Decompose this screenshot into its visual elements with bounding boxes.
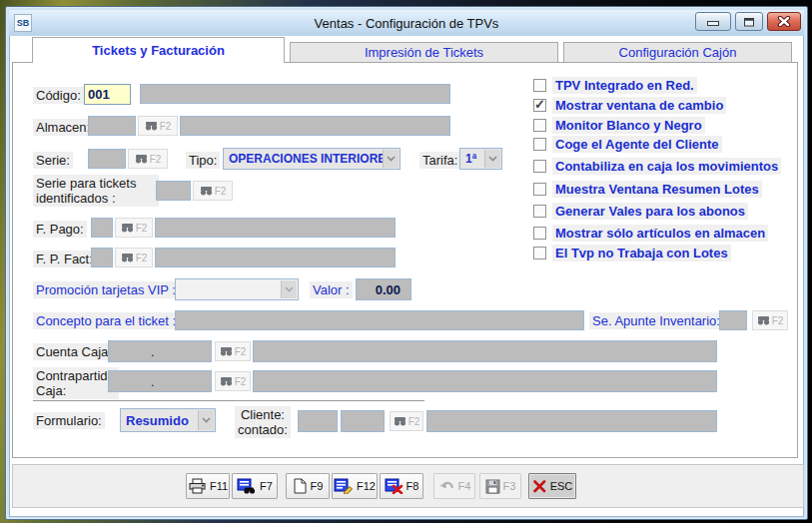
serie-tickets-f2-button[interactable]: F2 — [193, 181, 233, 201]
minimize-button[interactable] — [695, 12, 731, 31]
edit-button[interactable]: F12 — [332, 473, 378, 499]
f-p-fact-f2-button[interactable]: F2 — [115, 248, 153, 267]
chevron-down-icon[interactable] — [281, 280, 297, 298]
checkbox-label: Generar Vales para los abonos — [552, 203, 748, 220]
toolbar-button-label: F8 — [406, 480, 419, 492]
contrapartida-caja-input[interactable]: . — [108, 370, 212, 392]
serie-f2-button[interactable]: F2 — [128, 149, 168, 169]
undo-icon — [438, 480, 455, 493]
serie-tickets-input[interactable] — [156, 181, 191, 201]
codigo-description-field — [140, 84, 450, 104]
f2-label: F2 — [215, 186, 227, 197]
almacen-f2-button[interactable]: F2 — [138, 116, 178, 136]
f-p-fact-input[interactable] — [91, 248, 113, 267]
cuenta-caja-label: Cuenta Caja: — [33, 343, 115, 360]
almacen-description-field — [180, 116, 450, 136]
delete-button[interactable]: F8 — [380, 473, 423, 499]
f2-label: F2 — [408, 416, 420, 427]
checkbox-mostrar-ventana-cambio[interactable]: ✓ Mostrar ventana de cambio — [533, 97, 726, 114]
cliente-contado-label: Cliente: contado: — [235, 406, 291, 438]
codigo-input[interactable]: 001 — [84, 84, 131, 105]
tab-label: Impresión de Tickets — [365, 45, 483, 60]
valor-label: Valor : — [310, 281, 353, 298]
promocion-vip-dropdown[interactable] — [175, 278, 299, 300]
tab-tickets-facturacion[interactable]: Tickets y Facturación — [32, 37, 285, 63]
binoculars-icon — [394, 416, 406, 426]
formulario-dropdown[interactable]: Resumido — [120, 408, 216, 432]
contrapartida-caja-f2-button[interactable]: F2 — [215, 371, 251, 391]
checkbox-box[interactable] — [533, 119, 546, 132]
promocion-vip-label: Promoción tarjetas VIP : — [33, 281, 179, 298]
checkbox-label: Monitor Blanco y Negro — [552, 117, 705, 134]
tab-configuracion-cajon[interactable]: Configuración Cajón — [563, 42, 792, 63]
dialog-window: SB Ventas - Configuración de TPVs Ticket… — [5, 6, 808, 520]
tarifa-dropdown[interactable]: 1ª — [459, 148, 502, 170]
checkbox-label: TPV Integrado en Red. — [552, 77, 697, 94]
cliente-contado-input-1[interactable] — [298, 410, 338, 432]
checkbox-tvp-no-lotes[interactable]: El Tvp no Trabaja con Lotes — [533, 245, 731, 262]
checkbox-box[interactable] — [533, 205, 546, 218]
checkbox-box[interactable] — [533, 247, 546, 260]
checkbox-coge-agente-cliente[interactable]: Coge el Agente del Cliente — [533, 136, 722, 153]
chevron-down-icon[interactable] — [383, 150, 399, 168]
escape-button[interactable]: ESC — [528, 473, 576, 499]
almacen-input[interactable] — [88, 116, 136, 136]
checkbox-contabiliza-caja[interactable]: Contabiliza en caja los movimientos — [533, 158, 781, 175]
chevron-down-icon[interactable] — [484, 150, 500, 168]
tipo-dropdown[interactable]: OPERACIONES INTERIORES — [223, 148, 401, 170]
f2-label: F2 — [772, 315, 784, 326]
checkbox-label: Contabiliza en caja los movimientos — [552, 158, 781, 175]
f-pago-f2-button[interactable]: F2 — [115, 218, 153, 238]
new-document-icon — [293, 478, 308, 494]
dialog-client-area: Tickets y Facturación Impresión de Ticke… — [9, 36, 804, 517]
tab-impresion-tickets[interactable]: Impresión de Tickets — [290, 42, 558, 63]
cliente-contado-f2-button[interactable]: F2 — [390, 411, 423, 431]
tab-page-tickets: Código: 001 Almacen: F2 Serie: F2 Tipo: … — [12, 62, 798, 458]
check-icon: ✓ — [534, 97, 545, 112]
checkbox-mostrar-solo-articulos[interactable]: Mostrar sólo artículos en almacen — [533, 225, 768, 242]
checkbox-monitor-blanco-negro[interactable]: Monitor Blanco y Negro — [533, 117, 705, 134]
checkbox-muestra-resumen-lotes[interactable]: Muestra Ventana Resumen Lotes — [533, 181, 762, 198]
search-button[interactable]: F7 — [232, 473, 278, 499]
binoculars-icon — [145, 121, 158, 131]
titlebar[interactable]: SB Ventas - Configuración de TPVs — [9, 10, 804, 36]
tab-label: Tickets y Facturación — [92, 43, 225, 58]
se-apunte-inventario-input[interactable] — [719, 310, 747, 330]
f-pago-description-field — [155, 218, 396, 238]
serie-input[interactable] — [88, 149, 126, 169]
f2-label: F2 — [136, 253, 148, 263]
print-button[interactable]: F11 — [186, 473, 230, 499]
valor-field[interactable]: 0.00 — [356, 278, 411, 300]
cliente-contado-input-2[interactable] — [341, 410, 385, 432]
toolbar-button-label: F9 — [311, 480, 324, 492]
maximize-icon — [743, 17, 755, 27]
formulario-label: Formulario: — [33, 412, 105, 429]
chevron-down-icon[interactable] — [198, 410, 214, 430]
new-button[interactable]: F9 — [286, 473, 330, 499]
checkbox-box[interactable] — [533, 183, 546, 196]
contrapartida-caja-label: Contrapartida Caja: — [33, 367, 119, 399]
cuenta-caja-f2-button[interactable]: F2 — [215, 341, 251, 361]
f-p-fact-label: F. P. Fact: — [33, 251, 96, 267]
checkbox-box[interactable] — [533, 227, 546, 240]
checkbox-box[interactable] — [533, 79, 546, 92]
toolbar-button-label: F7 — [260, 480, 273, 492]
se-apunte-f2-button[interactable]: F2 — [752, 310, 788, 330]
save-icon — [485, 479, 500, 494]
toolbar-button-label: F12 — [357, 480, 376, 492]
checkbox-box[interactable]: ✓ — [533, 99, 546, 112]
undo-button[interactable]: F4 — [433, 473, 475, 499]
f-pago-input[interactable] — [91, 218, 113, 238]
binoculars-icon — [220, 376, 233, 386]
checkbox-tpv-integrado[interactable]: TPV Integrado en Red. — [533, 77, 697, 94]
search-binoculars-icon — [237, 478, 257, 494]
checkbox-box[interactable] — [533, 138, 546, 151]
checkbox-box[interactable] — [533, 160, 546, 173]
concepto-ticket-field[interactable] — [175, 310, 584, 330]
maximize-button[interactable] — [735, 12, 763, 31]
cuenta-caja-input[interactable]: . — [108, 340, 212, 362]
checkbox-generar-vales[interactable]: Generar Vales para los abonos — [533, 203, 748, 220]
close-button[interactable] — [767, 12, 801, 31]
save-button[interactable]: F3 — [479, 473, 521, 499]
tab-label: Configuración Cajón — [619, 45, 737, 60]
